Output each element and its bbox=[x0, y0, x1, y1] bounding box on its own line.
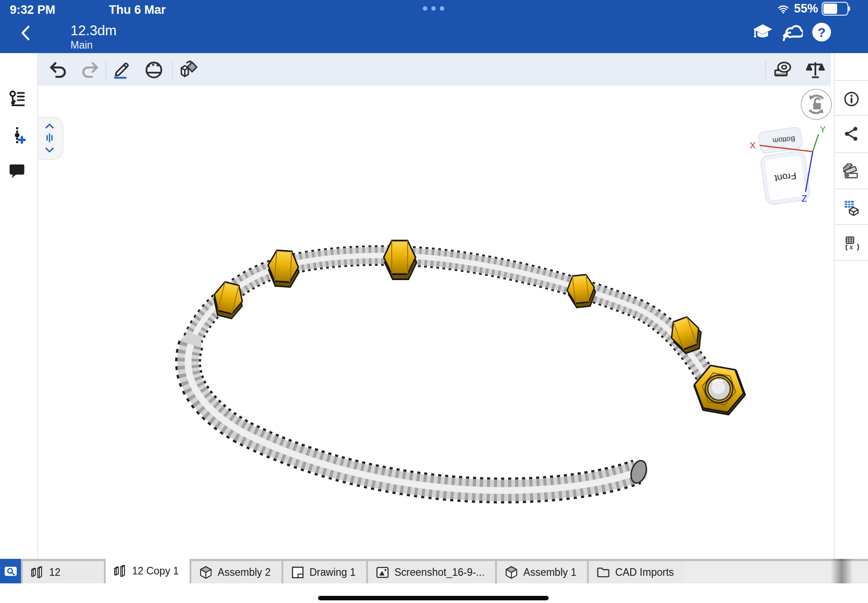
appearance-icon bbox=[843, 163, 860, 180]
document-title: 12.3dm bbox=[70, 23, 116, 38]
learning-center-icon bbox=[752, 21, 773, 43]
tab-type-icon bbox=[30, 565, 45, 580]
left-sidebar bbox=[0, 53, 38, 559]
sphere-tool-icon bbox=[144, 59, 164, 80]
svg-text:Y: Y bbox=[820, 124, 826, 134]
document-tab-assembly-1[interactable]: Assembly 1 bbox=[497, 561, 587, 583]
3d-model-threaded-rod[interactable] bbox=[188, 240, 749, 490]
document-tab-drawing-1[interactable]: Drawing 1 bbox=[283, 561, 367, 583]
battery-icon bbox=[822, 2, 848, 16]
help-icon bbox=[811, 21, 832, 43]
undo-button[interactable] bbox=[48, 59, 68, 80]
status-time: 9:32 PM bbox=[10, 3, 55, 17]
feature-list-button[interactable] bbox=[8, 89, 26, 108]
measure-button[interactable] bbox=[773, 59, 793, 80]
comments-button[interactable] bbox=[8, 161, 26, 180]
tab-label: CAD Imports bbox=[615, 566, 674, 578]
toolbar-divider bbox=[172, 60, 173, 79]
document-tab-12[interactable]: 12 bbox=[23, 561, 104, 583]
view-cube[interactable]: Bottom Front X Y Z bbox=[750, 124, 826, 205]
appearance-button[interactable] bbox=[843, 163, 860, 180]
feature-list-icon bbox=[8, 89, 26, 108]
redo-button[interactable] bbox=[80, 59, 100, 80]
tab-type-icon bbox=[290, 565, 305, 580]
document-tabs: 12 12 Copy 1 Assembly 2 Drawing 1 Screen… bbox=[21, 559, 685, 583]
tab-label: 12 Copy 1 bbox=[132, 565, 179, 577]
svg-text:X: X bbox=[750, 140, 756, 150]
learning-center-button[interactable] bbox=[752, 21, 773, 43]
svg-text:Z: Z bbox=[802, 194, 807, 203]
document-tab-cad-imports[interactable]: CAD Imports bbox=[589, 561, 685, 583]
variables-button[interactable] bbox=[843, 235, 860, 252]
configurations-button[interactable] bbox=[843, 199, 860, 216]
top-bar: 9:32 PM Thu 6 Mar 55% 12.3dm Main bbox=[0, 0, 868, 53]
tab-label: Screenshot_16-9-... bbox=[394, 566, 484, 578]
variables-icon bbox=[843, 235, 860, 252]
hex-nut[interactable] bbox=[384, 240, 417, 279]
measure-icon bbox=[773, 59, 793, 80]
tab-type-icon bbox=[375, 565, 390, 580]
insert-feature-button[interactable] bbox=[8, 126, 26, 145]
sketch-pencil-icon bbox=[112, 59, 132, 80]
model-canvas[interactable]: Bottom Front X Y Z bbox=[37, 85, 831, 561]
home-indicator[interactable] bbox=[318, 596, 549, 600]
share-icon bbox=[843, 125, 860, 142]
search-tabs-icon bbox=[3, 564, 18, 579]
wifi-icon bbox=[776, 3, 790, 15]
tab-type-icon bbox=[504, 565, 519, 580]
document-tab-assembly-2[interactable]: Assembly 2 bbox=[191, 561, 281, 583]
tab-label: Drawing 1 bbox=[310, 566, 356, 578]
onshape-ipad-app: 9:32 PM Thu 6 Mar 55% 12.3dm Main bbox=[0, 0, 868, 603]
tab-label: Assembly 1 bbox=[523, 566, 576, 578]
tab-scroll-shadow bbox=[831, 559, 853, 583]
insert-feature-icon bbox=[8, 126, 26, 145]
tab-label: Assembly 2 bbox=[218, 566, 271, 578]
tab-type-icon bbox=[198, 565, 213, 580]
battery-percent: 55% bbox=[794, 2, 818, 16]
redo-icon bbox=[80, 59, 100, 80]
help-button[interactable] bbox=[811, 21, 832, 43]
back-chevron-icon bbox=[17, 22, 35, 44]
sphere-tool-button[interactable] bbox=[144, 59, 164, 80]
document-tab-screenshot-16-9[interactable]: Screenshot_16-9-... bbox=[368, 561, 495, 583]
offline-sync-button[interactable] bbox=[781, 21, 803, 43]
feature-toolbar bbox=[37, 53, 831, 86]
tab-type-icon bbox=[596, 565, 611, 580]
document-tab-12-copy-1[interactable]: 12 Copy 1 bbox=[106, 559, 190, 583]
info-icon bbox=[843, 91, 860, 107]
configurations-icon bbox=[843, 199, 860, 216]
hex-nut[interactable] bbox=[666, 314, 706, 356]
document-tab-bar: 12 12 Copy 1 Assembly 2 Drawing 1 Screen… bbox=[0, 559, 868, 583]
mass-properties-button[interactable] bbox=[805, 59, 826, 80]
toolbar-divider bbox=[765, 60, 766, 79]
right-sidebar bbox=[834, 53, 868, 559]
info-button[interactable] bbox=[843, 91, 860, 107]
status-date: Thu 6 Mar bbox=[109, 3, 166, 17]
sketch-tool-button[interactable] bbox=[112, 59, 132, 80]
offline-sync-icon bbox=[781, 21, 803, 43]
back-button[interactable] bbox=[17, 22, 35, 44]
transform-tool-button[interactable] bbox=[178, 59, 199, 80]
undo-icon bbox=[48, 59, 68, 80]
tab-type-icon bbox=[113, 564, 128, 578]
share-button[interactable] bbox=[843, 125, 860, 142]
comments-icon bbox=[8, 161, 26, 180]
search-tabs-button[interactable] bbox=[0, 559, 21, 583]
toolbar-divider bbox=[106, 60, 106, 79]
transform-tool-icon bbox=[178, 59, 199, 80]
workspace-name[interactable]: Main bbox=[70, 39, 93, 51]
tab-label: 12 bbox=[49, 566, 61, 578]
multitask-dots-icon bbox=[423, 6, 444, 11]
mass-properties-icon bbox=[805, 59, 826, 80]
